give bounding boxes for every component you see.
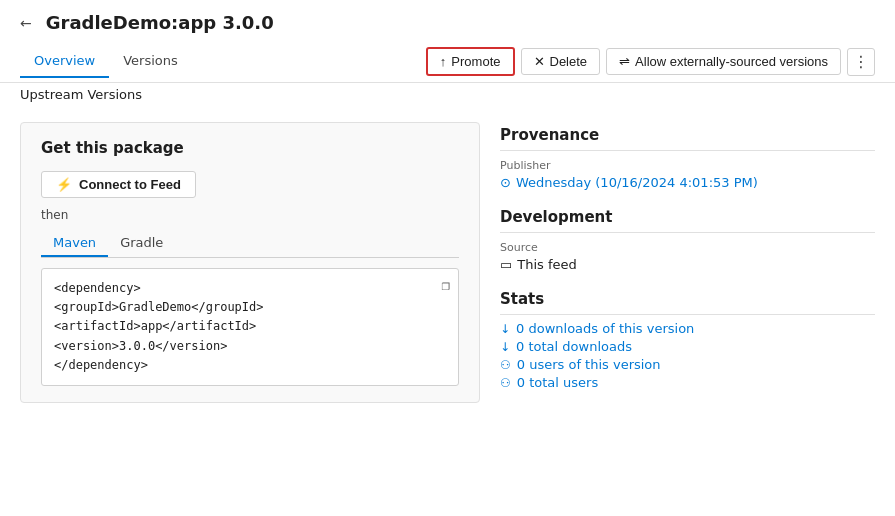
back-button[interactable]: ← xyxy=(20,15,32,31)
stat-label-1: 0 downloads of this version xyxy=(516,321,694,336)
code-snippet: ❐ <dependency> <groupId>GradleDemo</grou… xyxy=(41,268,459,386)
users-icon-1: ⚇ xyxy=(500,358,511,372)
tab-overview[interactable]: Overview xyxy=(20,45,109,78)
stat-total-users: ⚇ 0 total users xyxy=(500,375,875,390)
toolbar: ↑ Promote ✕ Delete ⇌ Allow externally-so… xyxy=(426,41,875,82)
feed-icon: ▭ xyxy=(500,257,512,272)
copy-icon[interactable]: ❐ xyxy=(442,275,450,297)
connect-to-feed-button[interactable]: ⚡ Connect to Feed xyxy=(41,171,196,198)
code-content: <dependency> <groupId>GradleDemo</groupI… xyxy=(54,279,446,375)
publisher-value: ⊙ Wednesday (10/16/2024 4:01:53 PM) xyxy=(500,175,875,190)
clock-icon: ⊙ xyxy=(500,175,511,190)
development-title: Development xyxy=(500,208,875,233)
get-package-panel: Get this package ⚡ Connect to Feed then … xyxy=(20,122,480,403)
sub-tab-gradle[interactable]: Gradle xyxy=(108,230,175,257)
stats-title: Stats xyxy=(500,290,875,315)
allow-label: Allow externally-sourced versions xyxy=(635,54,828,69)
users-icon-2: ⚇ xyxy=(500,376,511,390)
stat-label-3: 0 users of this version xyxy=(517,357,661,372)
provenance-title: Provenance xyxy=(500,126,875,151)
source-text: This feed xyxy=(517,257,577,272)
delete-button[interactable]: ✕ Delete xyxy=(521,48,601,75)
get-package-title: Get this package xyxy=(41,139,459,157)
stat-total-downloads: ↓ 0 total downloads xyxy=(500,339,875,354)
download-icon-1: ↓ xyxy=(500,322,510,336)
sub-tab-maven[interactable]: Maven xyxy=(41,230,108,257)
stat-label-2: 0 total downloads xyxy=(516,339,632,354)
stat-users-version: ⚇ 0 users of this version xyxy=(500,357,875,372)
tab-group: Overview Versions xyxy=(20,45,192,78)
allow-icon: ⇌ xyxy=(619,54,630,69)
promote-icon: ↑ xyxy=(440,54,447,69)
tab-versions[interactable]: Versions xyxy=(109,45,192,78)
connect-label: Connect to Feed xyxy=(79,177,181,192)
delete-icon: ✕ xyxy=(534,54,545,69)
promote-button[interactable]: ↑ Promote xyxy=(426,47,515,76)
then-label: then xyxy=(41,208,459,222)
content-area: Get this package ⚡ Connect to Feed then … xyxy=(0,110,895,415)
publisher-date: Wednesday (10/16/2024 4:01:53 PM) xyxy=(516,175,758,190)
allow-externally-sourced-button[interactable]: ⇌ Allow externally-sourced versions xyxy=(606,48,841,75)
sub-tab-group: Maven Gradle xyxy=(41,230,459,258)
promote-label: Promote xyxy=(451,54,500,69)
upstream-versions-label: Upstream Versions xyxy=(0,83,895,110)
stat-label-4: 0 total users xyxy=(517,375,598,390)
info-panel: Provenance Publisher ⊙ Wednesday (10/16/… xyxy=(500,122,875,403)
source-value: ▭ This feed xyxy=(500,257,875,272)
connect-icon: ⚡ xyxy=(56,177,72,192)
more-options-button[interactable]: ⋮ xyxy=(847,48,875,76)
top-bar: ← GradleDemo:app 3.0.0 xyxy=(0,0,895,41)
publisher-label: Publisher xyxy=(500,159,875,172)
stat-downloads-version: ↓ 0 downloads of this version xyxy=(500,321,875,336)
delete-label: Delete xyxy=(550,54,588,69)
download-icon-2: ↓ xyxy=(500,340,510,354)
tab-bar: Overview Versions ↑ Promote ✕ Delete ⇌ A… xyxy=(0,41,895,83)
page-title: GradleDemo:app 3.0.0 xyxy=(46,12,274,33)
source-label: Source xyxy=(500,241,875,254)
